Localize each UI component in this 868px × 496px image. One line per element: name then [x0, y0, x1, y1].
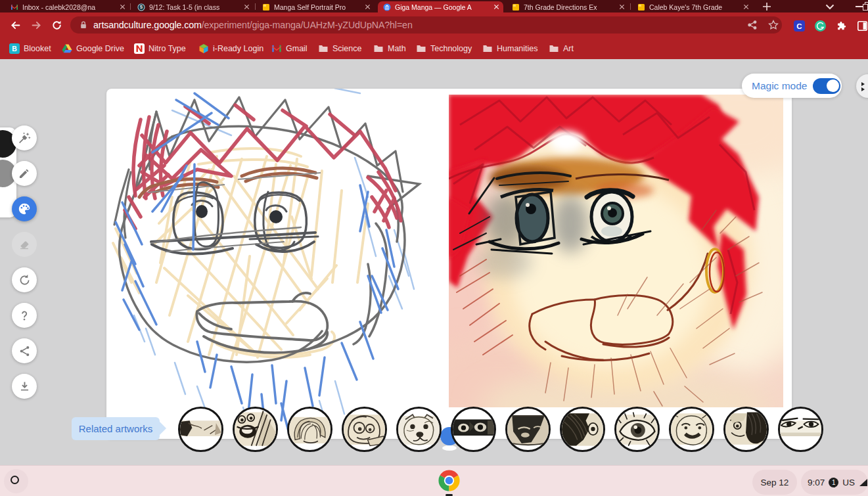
svg-text:B: B [12, 45, 17, 53]
svg-text:C: C [796, 22, 802, 30]
svg-text:S: S [140, 5, 143, 9]
